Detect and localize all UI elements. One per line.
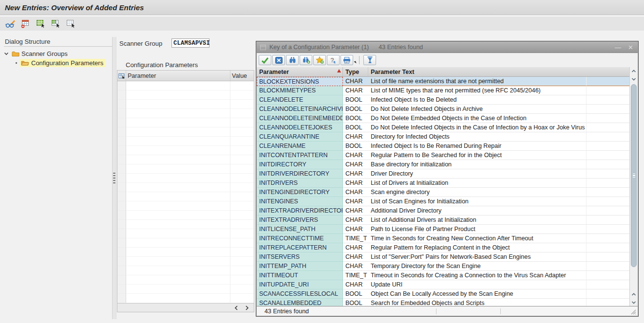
minimize-button[interactable]: — <box>615 44 621 51</box>
type-cell[interactable]: TIME_T <box>343 271 368 280</box>
column-header-parameter[interactable]: Parameter <box>126 71 230 81</box>
type-cell[interactable]: CHAR <box>343 243 368 252</box>
type-cell[interactable]: CHAR <box>343 206 368 215</box>
value-cell[interactable] <box>230 211 254 220</box>
empty-table-row[interactable] <box>117 266 254 275</box>
empty-table-row[interactable] <box>117 137 254 146</box>
row-selector[interactable] <box>117 248 126 257</box>
empty-table-row[interactable] <box>117 275 254 285</box>
parameter-cell[interactable]: INITREPLACEPATTERN <box>257 243 343 252</box>
type-cell[interactable]: CHAR <box>343 86 368 95</box>
parameter-cell[interactable]: INITDIRECTORY <box>257 160 343 169</box>
value-cell[interactable] <box>230 220 254 229</box>
print-dropdown-icon[interactable] <box>354 61 356 64</box>
parameter-cell[interactable] <box>126 137 230 146</box>
parameter-text-cell[interactable]: List of MIME types that are not permitte… <box>368 86 587 95</box>
parameter-text-cell[interactable]: Regular Pattern for Replacing Content in… <box>368 243 587 252</box>
scroll-left-button[interactable] <box>234 305 238 310</box>
parameter-cell[interactable] <box>126 266 230 275</box>
deselect-all-button[interactable] <box>65 18 76 29</box>
empty-table-row[interactable] <box>117 211 254 220</box>
table-row[interactable]: BLOCKEXTENSIONSCHARList of file name ext… <box>257 77 629 86</box>
parameter-cell[interactable] <box>126 100 230 109</box>
row-selector[interactable] <box>117 174 126 183</box>
type-cell[interactable]: TIME_T <box>343 234 368 243</box>
empty-table-row[interactable] <box>117 285 254 294</box>
row-selector[interactable] <box>117 238 126 248</box>
value-cell[interactable] <box>230 275 254 285</box>
parameter-cell[interactable] <box>126 164 230 174</box>
type-cell[interactable]: CHAR <box>343 215 368 225</box>
parameter-cell[interactable]: INITLICENSE_PATH <box>257 225 343 234</box>
column-header-value[interactable]: Value <box>230 71 254 81</box>
parameter-cell[interactable] <box>126 118 230 127</box>
value-cell[interactable] <box>230 146 254 155</box>
parameter-text-cell[interactable]: Do Not Delete Embedded Objects in the Ca… <box>368 114 587 123</box>
scroll-right-button[interactable] <box>245 305 249 310</box>
type-cell[interactable]: BOOL <box>343 289 368 299</box>
row-selector[interactable] <box>117 137 126 146</box>
row-selector[interactable] <box>117 118 126 127</box>
parameter-cell[interactable] <box>126 285 230 294</box>
panel-splitter[interactable] <box>112 37 116 319</box>
parameter-cell[interactable] <box>126 211 230 220</box>
value-cell[interactable] <box>230 137 254 146</box>
row-selector[interactable] <box>117 183 126 192</box>
select-all-button[interactable] <box>35 18 46 29</box>
scrollbar-thumb[interactable] <box>631 84 637 267</box>
parameter-cell[interactable]: CLEANDELETE <box>257 95 343 105</box>
row-selector[interactable] <box>117 220 126 229</box>
table-row[interactable]: INITREPLACEPATTERNCHARRegular Pattern fo… <box>257 243 629 252</box>
empty-table-row[interactable] <box>117 238 254 248</box>
type-cell[interactable]: CHAR <box>343 225 368 234</box>
type-cell[interactable]: CHAR <box>343 151 368 160</box>
table-row[interactable]: INITTEMP_PATHCHARTemporary Directory for… <box>257 262 629 271</box>
row-selector[interactable] <box>117 109 126 118</box>
empty-table-row[interactable] <box>117 127 254 137</box>
value-cell[interactable] <box>230 248 254 257</box>
value-cell[interactable] <box>230 192 254 201</box>
parameter-text-cell[interactable]: Regular Pattern to Be Searched for in th… <box>368 151 587 160</box>
empty-table-row[interactable] <box>117 90 254 100</box>
find-next-button[interactable] <box>300 55 312 65</box>
row-selector[interactable] <box>117 155 126 164</box>
parameter-cell[interactable] <box>126 81 230 90</box>
parameter-text-cell[interactable]: Driver Directory <box>368 169 587 179</box>
parameter-text-cell[interactable]: Do Not Delete Infected Objects in the Ca… <box>368 123 587 132</box>
value-cell[interactable] <box>230 164 254 174</box>
row-selector[interactable] <box>117 285 126 294</box>
row-selector[interactable] <box>117 192 126 201</box>
table-row[interactable]: CLEANDELETEBOOLInfected Object Is to Be … <box>257 95 629 105</box>
parameter-cell[interactable]: SCANACCESSFILESLOCAL <box>257 289 343 299</box>
parameter-text-cell[interactable]: List of Additional Drivers at Initializa… <box>368 215 587 225</box>
empty-table-row[interactable] <box>117 164 254 174</box>
scrollbar-track[interactable] <box>630 83 638 290</box>
table-row[interactable]: CLEANNODELETEJOKESBOOLDo Not Delete Infe… <box>257 123 629 132</box>
empty-table-row[interactable] <box>117 146 254 155</box>
table-row[interactable]: CLEANNODELETEINEMBEDDEDBOOLDo Not Delete… <box>257 114 629 123</box>
empty-table-row[interactable] <box>117 248 254 257</box>
table-row[interactable]: INITLICENSE_PATHCHARPath to License File… <box>257 225 629 234</box>
parameter-cell[interactable]: INITSERVERS <box>257 252 343 262</box>
parameter-cell[interactable]: INITDRIVERDIRECTORY <box>257 169 343 179</box>
row-selector[interactable] <box>117 164 126 174</box>
help-button[interactable]: ? <box>327 55 340 65</box>
parameter-cell[interactable] <box>126 109 230 118</box>
print-button[interactable] <box>341 55 353 65</box>
value-cell[interactable] <box>230 238 254 248</box>
parameter-text-cell[interactable]: Path to License File of Partner Product <box>368 225 587 234</box>
table-row[interactable]: INITUPDATE_URICHARUpdate URI <box>257 280 629 289</box>
vertical-scrollbar[interactable] <box>629 67 638 306</box>
table-row[interactable]: INITENGINEDIRECTORYCHARScan engine direc… <box>257 188 629 197</box>
parameter-cell[interactable]: INITEXTRADRIVERS <box>257 215 343 225</box>
value-cell[interactable] <box>230 155 254 164</box>
parameter-text-cell[interactable]: Timeout in Seconds for Creating a Connec… <box>368 271 587 280</box>
value-cell[interactable] <box>230 266 254 275</box>
type-cell[interactable]: CHAR <box>343 197 368 206</box>
select-block-button[interactable] <box>50 18 61 29</box>
parameter-cell[interactable] <box>126 294 230 303</box>
close-button[interactable]: ✕ <box>628 44 633 51</box>
value-cell[interactable] <box>230 174 254 183</box>
display-change-button[interactable] <box>4 18 16 29</box>
cancel-button[interactable] <box>272 55 285 65</box>
